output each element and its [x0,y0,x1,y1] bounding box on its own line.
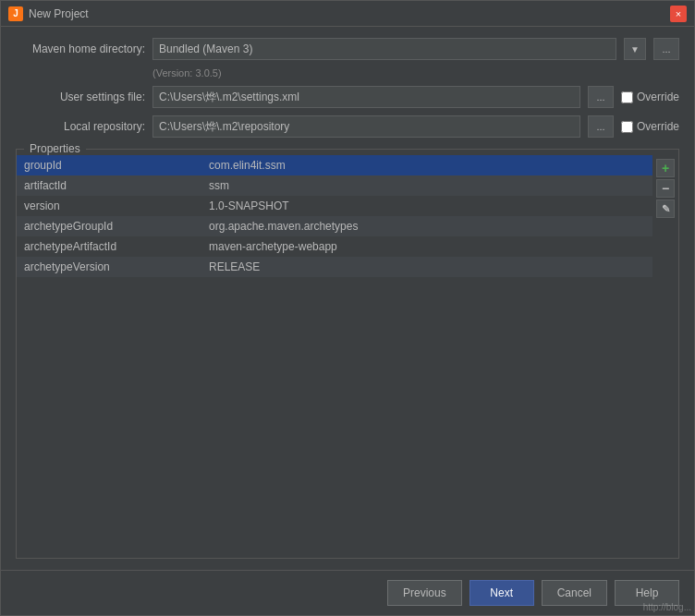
property-key: archetypeArtifactId [24,240,209,253]
user-settings-label: User settings file: [16,91,145,103]
user-settings-row: User settings file: ... Override [16,86,679,108]
table-row[interactable]: groupIdcom.elin4it.ssm [17,155,652,175]
property-key: groupId [24,159,209,172]
maven-home-label: Maven home directory: [16,42,145,55]
dialog-content: Maven home directory: ▼ ... (Version: 3.… [1,27,694,570]
local-repo-override-checkbox[interactable] [621,121,633,133]
next-button[interactable]: Next [469,580,534,606]
cancel-button[interactable]: Cancel [542,580,607,606]
properties-legend: Properties [24,142,86,155]
remove-property-button[interactable]: − [656,179,675,198]
property-key: archetypeVersion [24,260,209,273]
property-key: artifactId [24,179,209,192]
property-value: 1.0-SNAPSHOT [209,199,645,212]
table-row[interactable]: archetypeArtifactIdmaven-archetype-webap… [17,236,652,257]
local-repo-input[interactable] [152,115,580,138]
previous-button[interactable]: Previous [387,580,462,606]
property-value: com.elin4it.ssm [209,159,645,172]
maven-dropdown-button[interactable]: ▼ [624,38,646,60]
user-settings-override-label: Override [637,91,679,103]
user-settings-override-row: Override [621,91,679,103]
property-value: maven-archetype-webapp [209,240,645,253]
help-button[interactable]: Help [615,580,679,606]
maven-home-input[interactable] [152,38,616,60]
local-repo-override-row: Override [621,120,679,133]
user-settings-override-checkbox[interactable] [621,91,633,103]
maven-version-text: (Version: 3.0.5) [152,67,679,79]
title-bar-left: J New Project [8,6,89,21]
user-settings-input[interactable] [152,86,580,108]
table-actions: + − ✎ [652,155,678,558]
local-repo-override-label: Override [637,120,679,133]
local-repo-label: Local repository: [16,120,145,133]
table-row[interactable]: archetypeGroupIdorg.apache.maven.archety… [17,216,652,236]
property-key: archetypeGroupId [24,220,209,233]
dialog-footer: Previous Next Cancel Help [1,570,694,615]
app-icon: J [8,6,23,21]
properties-table: groupIdcom.elin4it.ssmartifactIdssmversi… [17,155,678,558]
edit-property-button[interactable]: ✎ [656,199,675,218]
add-property-button[interactable]: + [656,159,675,177]
table-row[interactable]: artifactIdssm [17,175,652,196]
title-bar: J New Project × [1,1,694,27]
properties-group: Properties groupIdcom.elin4it.ssmartifac… [16,149,679,559]
property-key: version [24,199,209,212]
property-value: RELEASE [209,260,645,273]
maven-home-row: Maven home directory: ▼ ... [16,38,679,60]
property-value: ssm [209,179,645,192]
user-settings-browse-button[interactable]: ... [588,86,614,108]
dialog-title: New Project [29,7,89,20]
local-repo-browse-button[interactable]: ... [588,115,614,138]
local-repo-row: Local repository: ... Override [16,115,679,138]
table-content: groupIdcom.elin4it.ssmartifactIdssmversi… [17,155,652,558]
property-value: org.apache.maven.archetypes [209,220,645,233]
close-button[interactable]: × [670,6,687,22]
maven-browse-button[interactable]: ... [653,38,679,60]
new-project-dialog: J New Project × Maven home directory: ▼ … [0,0,695,616]
table-row[interactable]: version1.0-SNAPSHOT [17,196,652,216]
table-row[interactable]: archetypeVersionRELEASE [17,257,652,277]
